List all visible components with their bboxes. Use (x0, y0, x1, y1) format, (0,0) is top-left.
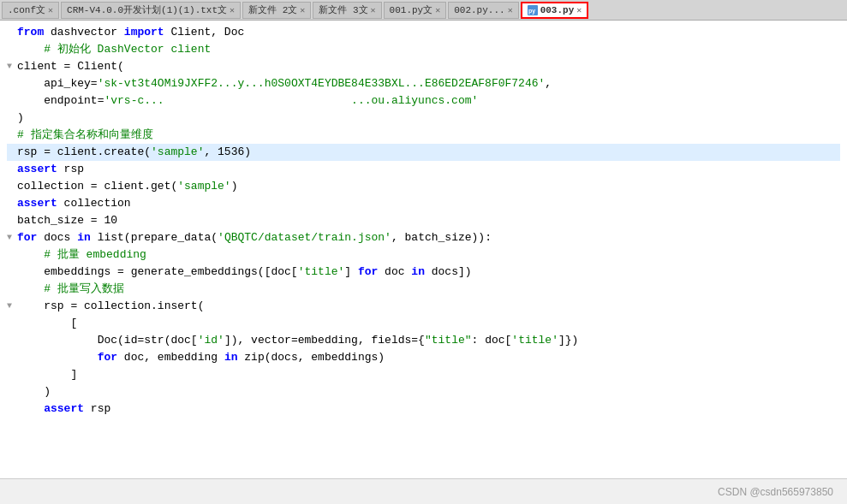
code-line-13: ▼ for docs in list(prepare_data('QBQTC/d… (7, 229, 840, 246)
tab-003py-close[interactable]: ✕ (576, 5, 582, 15)
indent-20 (17, 349, 98, 366)
code-10b: ) (231, 178, 238, 195)
fold-1 (7, 24, 17, 41)
code-17: rsp = collection.insert( (44, 298, 204, 315)
kw-assert-23: assert (44, 400, 91, 418)
indent-17 (17, 298, 44, 315)
code-line-9: assert rsp (7, 161, 840, 178)
code-22: ) (44, 383, 51, 400)
indent-19 (17, 332, 98, 349)
str-title-19b: 'title' (511, 332, 558, 349)
code-15d: docs]) (432, 264, 472, 281)
code-15b: ] (344, 264, 358, 281)
indent-4 (17, 75, 44, 92)
code-18: [ (70, 315, 77, 332)
comment-16: # 批量写入数据 (44, 281, 124, 298)
code-editor[interactable]: from dashvector import Client, Doc # 初始化… (0, 21, 847, 478)
code-line-3: ▼ client = Client( (7, 58, 840, 75)
str-id: 'id' (198, 332, 224, 349)
comment-7: # 指定集合名称和向量维度 (17, 127, 153, 144)
fold-10 (7, 178, 17, 195)
code-10: collection = client.get( (17, 178, 177, 195)
tab-crm-label: CRM-V4.0.0开发计划(1)(1).txt文 (67, 3, 227, 16)
fold-3: ▼ (7, 58, 17, 75)
code-21: ] (70, 366, 77, 383)
comment-14: # 批量 embedding (44, 246, 146, 264)
tab-002py[interactable]: 002.py... ✕ (448, 2, 518, 19)
kw-in-15: in (411, 264, 431, 281)
kw-from: from (17, 24, 51, 41)
tab-001py[interactable]: 001.py文 ✕ (384, 2, 447, 19)
comma-4: , (545, 75, 552, 92)
kw-assert-9: assert (17, 161, 64, 178)
kw-for: for (17, 229, 44, 246)
kw-in: in (77, 229, 97, 246)
fold-17: ▼ (7, 298, 17, 315)
str-sample-10: 'sample' (177, 178, 230, 195)
code-19d: ]}) (558, 332, 578, 349)
tab-003py[interactable]: py 003.py ✕ (521, 2, 589, 19)
indent-2 (17, 41, 44, 58)
code-line-19: Doc(id=str(doc['id']), vector=embedding,… (7, 332, 840, 349)
fold-6 (7, 110, 17, 127)
tab-new2[interactable]: 新文件 2文 ✕ (242, 2, 311, 19)
kw-for-15: for (358, 264, 385, 281)
kw-for-20: for (98, 349, 124, 366)
fold-8 (7, 144, 17, 161)
code-line-10: collection = client.get('sample') (7, 178, 840, 195)
svg-text:py: py (528, 8, 535, 15)
code-8b: , 1536) (204, 144, 251, 161)
indent-14 (17, 246, 44, 264)
tab-001py-label: 001.py文 (390, 3, 433, 16)
param-apikey: api_key= (44, 75, 97, 92)
str-title-15: 'title' (298, 264, 345, 281)
tab-crm-close[interactable]: ✕ (230, 5, 235, 15)
tab-conf-close[interactable]: ✕ (48, 5, 53, 15)
code-line-7: # 指定集合名称和向量维度 (7, 127, 840, 144)
code-20c: zip(docs, embeddings) (244, 349, 385, 366)
code-line-17: ▼ rsp = collection.insert( (7, 298, 840, 315)
tab-new3[interactable]: 新文件 3文 ✕ (313, 2, 381, 19)
fold-20 (7, 349, 17, 366)
tab-new3-label: 新文件 3文 (319, 3, 367, 16)
module-name: dashvector (51, 24, 124, 41)
tab-conf[interactable]: .conf文 ✕ (2, 2, 59, 19)
code-13b: list(prepare_data( (98, 229, 218, 246)
code-3: client = Client( (17, 58, 124, 75)
tab-new2-close[interactable]: ✕ (300, 5, 305, 15)
var-docs: docs (44, 229, 77, 246)
tab-new3-close[interactable]: ✕ (371, 5, 376, 15)
param-endpoint: endpoint= (44, 92, 104, 110)
code-line-1: from dashvector import Client, Doc (7, 24, 840, 41)
fold-11 (7, 195, 17, 212)
code-line-8: rsp = client.create('sample', 1536) (7, 144, 840, 161)
code-15: embeddings = generate_embeddings([doc[ (44, 264, 297, 281)
python-file-icon: py (528, 5, 538, 15)
str-endpoint: 'vrs-c... ...ou.aliyuncs.com' (104, 92, 478, 110)
tab-001py-close[interactable]: ✕ (435, 5, 440, 15)
comment-2: # 初始化 DashVector client (44, 41, 211, 58)
fold-16 (7, 281, 17, 298)
status-bar: CSDN @csdn565973850 (0, 478, 847, 504)
indent-15 (17, 264, 44, 281)
fold-22 (7, 383, 17, 400)
str-path: 'QBQTC/dataset/train.json' (218, 229, 391, 246)
str-title-19: "title" (425, 332, 472, 349)
fold-21 (7, 366, 17, 383)
code-line-16: # 批量写入数据 (7, 281, 840, 298)
indent-23 (17, 400, 44, 418)
code-20b: doc, embedding (124, 349, 224, 366)
import-names: Client, Doc (170, 24, 244, 41)
fold-4 (7, 75, 17, 92)
tab-002py-close[interactable]: ✕ (508, 5, 513, 15)
tab-conf-label: .conf文 (8, 3, 45, 16)
tab-bar: .conf文 ✕ CRM-V4.0.0开发计划(1)(1).txt文 ✕ 新文件… (0, 0, 847, 21)
indent-5 (17, 92, 44, 110)
fold-14 (7, 246, 17, 264)
code-6: ) (17, 110, 24, 127)
tab-crm[interactable]: CRM-V4.0.0开发计划(1)(1).txt文 ✕ (61, 2, 241, 19)
code-line-20: for doc, embedding in zip(docs, embeddin… (7, 349, 840, 366)
str-apikey: 'sk-vt3t4OMi9JXFF2...y...h0S0OXT4EYDBE84… (98, 75, 546, 92)
fold-7 (7, 127, 17, 144)
tab-003py-label: 003.py (540, 5, 575, 15)
